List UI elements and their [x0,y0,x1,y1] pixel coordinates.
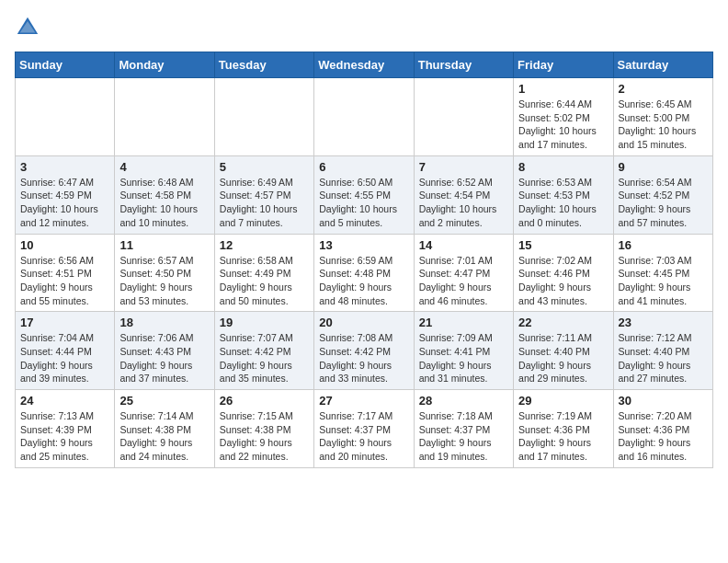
calendar-cell: 12Sunrise: 6:58 AM Sunset: 4:49 PM Dayli… [214,234,313,312]
day-number: 26 [220,394,309,408]
day-info: Sunrise: 7:01 AM Sunset: 4:47 PM Dayligh… [419,254,508,308]
day-info: Sunrise: 6:52 AM Sunset: 4:54 PM Dayligh… [419,176,508,230]
day-number: 29 [518,394,608,408]
calendar-cell: 25Sunrise: 7:14 AM Sunset: 4:38 PM Dayli… [115,390,214,468]
calendar-week-row: 3Sunrise: 6:47 AM Sunset: 4:59 PM Daylig… [16,155,713,234]
calendar-cell [414,78,513,156]
day-number: 4 [119,160,209,174]
calendar-cell [115,78,214,156]
calendar-cell: 1Sunrise: 6:44 AM Sunset: 5:02 PM Daylig… [514,78,613,156]
day-number: 7 [419,160,508,174]
day-info: Sunrise: 6:49 AM Sunset: 4:57 PM Dayligh… [220,176,309,230]
day-header-monday: Monday [115,52,214,78]
day-header-sunday: Sunday [16,52,115,78]
calendar-week-row: 17Sunrise: 7:04 AM Sunset: 4:44 PM Dayli… [16,312,713,390]
day-header-wednesday: Wednesday [314,52,414,78]
calendar-cell: 29Sunrise: 7:19 AM Sunset: 4:36 PM Dayli… [514,390,613,468]
day-number: 2 [619,82,708,96]
day-info: Sunrise: 6:54 AM Sunset: 4:52 PM Dayligh… [619,176,708,230]
day-info: Sunrise: 6:45 AM Sunset: 5:00 PM Dayligh… [619,98,708,152]
day-info: Sunrise: 7:15 AM Sunset: 4:38 PM Dayligh… [220,409,309,464]
day-number: 21 [419,316,508,329]
calendar-cell: 20Sunrise: 7:08 AM Sunset: 4:42 PM Dayli… [314,312,414,390]
day-info: Sunrise: 6:57 AM Sunset: 4:50 PM Dayligh… [119,254,209,308]
day-number: 5 [220,160,309,174]
day-number: 17 [20,316,109,329]
day-info: Sunrise: 6:56 AM Sunset: 4:51 PM Dayligh… [20,254,109,308]
calendar-header-row: SundayMondayTuesdayWednesdayThursdayFrid… [16,52,713,78]
calendar-cell: 5Sunrise: 6:49 AM Sunset: 4:57 PM Daylig… [214,155,313,234]
calendar-cell: 30Sunrise: 7:20 AM Sunset: 4:36 PM Dayli… [613,390,712,468]
calendar-cell: 28Sunrise: 7:18 AM Sunset: 4:37 PM Dayli… [414,390,513,468]
calendar-cell: 23Sunrise: 7:12 AM Sunset: 4:40 PM Dayli… [613,312,712,390]
day-number: 24 [20,394,109,408]
calendar-cell: 4Sunrise: 6:48 AM Sunset: 4:58 PM Daylig… [115,155,214,234]
calendar-cell: 11Sunrise: 6:57 AM Sunset: 4:50 PM Dayli… [115,234,214,312]
day-number: 12 [220,238,309,252]
day-info: Sunrise: 7:07 AM Sunset: 4:42 PM Dayligh… [220,331,309,385]
day-info: Sunrise: 7:03 AM Sunset: 4:45 PM Dayligh… [619,254,708,308]
day-header-saturday: Saturday [613,52,712,78]
day-header-friday: Friday [514,52,613,78]
calendar-cell: 9Sunrise: 6:54 AM Sunset: 4:52 PM Daylig… [613,155,712,234]
day-info: Sunrise: 6:48 AM Sunset: 4:58 PM Dayligh… [119,176,209,230]
day-number: 27 [319,394,408,408]
calendar-cell [314,78,414,156]
day-info: Sunrise: 6:58 AM Sunset: 4:49 PM Dayligh… [220,254,309,308]
day-info: Sunrise: 7:11 AM Sunset: 4:40 PM Dayligh… [518,331,608,385]
day-number: 1 [518,82,608,96]
calendar-cell: 17Sunrise: 7:04 AM Sunset: 4:44 PM Dayli… [16,312,115,390]
calendar-cell: 24Sunrise: 7:13 AM Sunset: 4:39 PM Dayli… [16,390,115,468]
calendar-week-row: 1Sunrise: 6:44 AM Sunset: 5:02 PM Daylig… [16,78,713,156]
day-info: Sunrise: 7:14 AM Sunset: 4:38 PM Dayligh… [119,409,209,464]
day-number: 28 [419,394,508,408]
calendar-cell: 7Sunrise: 6:52 AM Sunset: 4:54 PM Daylig… [414,155,513,234]
calendar-cell: 27Sunrise: 7:17 AM Sunset: 4:37 PM Dayli… [314,390,414,468]
day-info: Sunrise: 7:18 AM Sunset: 4:37 PM Dayligh… [419,409,508,464]
logo [15,15,44,40]
calendar-cell: 10Sunrise: 6:56 AM Sunset: 4:51 PM Dayli… [16,234,115,312]
day-info: Sunrise: 7:09 AM Sunset: 4:41 PM Dayligh… [419,331,508,385]
day-info: Sunrise: 6:53 AM Sunset: 4:53 PM Dayligh… [518,176,608,230]
day-number: 25 [119,394,209,408]
day-number: 23 [619,316,708,329]
day-number: 15 [518,238,608,252]
day-info: Sunrise: 7:13 AM Sunset: 4:39 PM Dayligh… [20,409,109,464]
day-info: Sunrise: 6:50 AM Sunset: 4:55 PM Dayligh… [319,176,408,230]
day-number: 3 [20,160,109,174]
calendar-cell: 16Sunrise: 7:03 AM Sunset: 4:45 PM Dayli… [613,234,712,312]
day-info: Sunrise: 7:08 AM Sunset: 4:42 PM Dayligh… [319,331,408,385]
day-number: 11 [119,238,209,252]
day-number: 6 [319,160,408,174]
day-info: Sunrise: 7:20 AM Sunset: 4:36 PM Dayligh… [619,409,708,464]
day-number: 19 [220,316,309,329]
day-info: Sunrise: 7:04 AM Sunset: 4:44 PM Dayligh… [20,331,109,385]
calendar-cell: 18Sunrise: 7:06 AM Sunset: 4:43 PM Dayli… [115,312,214,390]
day-info: Sunrise: 7:02 AM Sunset: 4:46 PM Dayligh… [518,254,608,308]
day-info: Sunrise: 7:12 AM Sunset: 4:40 PM Dayligh… [619,331,708,385]
calendar-cell: 22Sunrise: 7:11 AM Sunset: 4:40 PM Dayli… [514,312,613,390]
calendar-cell: 13Sunrise: 6:59 AM Sunset: 4:48 PM Dayli… [314,234,414,312]
day-number: 13 [319,238,408,252]
day-number: 18 [119,316,209,329]
calendar-cell: 3Sunrise: 6:47 AM Sunset: 4:59 PM Daylig… [16,155,115,234]
calendar-cell: 26Sunrise: 7:15 AM Sunset: 4:38 PM Dayli… [214,390,313,468]
day-info: Sunrise: 7:19 AM Sunset: 4:36 PM Dayligh… [518,409,608,464]
day-number: 20 [319,316,408,329]
day-info: Sunrise: 6:59 AM Sunset: 4:48 PM Dayligh… [319,254,408,308]
calendar-table: SundayMondayTuesdayWednesdayThursdayFrid… [15,52,713,468]
calendar-cell: 19Sunrise: 7:07 AM Sunset: 4:42 PM Dayli… [214,312,313,390]
day-info: Sunrise: 7:17 AM Sunset: 4:37 PM Dayligh… [319,409,408,464]
calendar-cell: 14Sunrise: 7:01 AM Sunset: 4:47 PM Dayli… [414,234,513,312]
calendar-cell [16,78,115,156]
calendar-cell: 8Sunrise: 6:53 AM Sunset: 4:53 PM Daylig… [514,155,613,234]
page-header [15,15,713,40]
day-header-thursday: Thursday [414,52,513,78]
day-number: 30 [619,394,708,408]
day-number: 22 [518,316,608,329]
calendar-cell [214,78,313,156]
calendar-cell: 15Sunrise: 7:02 AM Sunset: 4:46 PM Dayli… [514,234,613,312]
day-number: 8 [518,160,608,174]
calendar-cell: 21Sunrise: 7:09 AM Sunset: 4:41 PM Dayli… [414,312,513,390]
day-info: Sunrise: 6:44 AM Sunset: 5:02 PM Dayligh… [518,98,608,152]
